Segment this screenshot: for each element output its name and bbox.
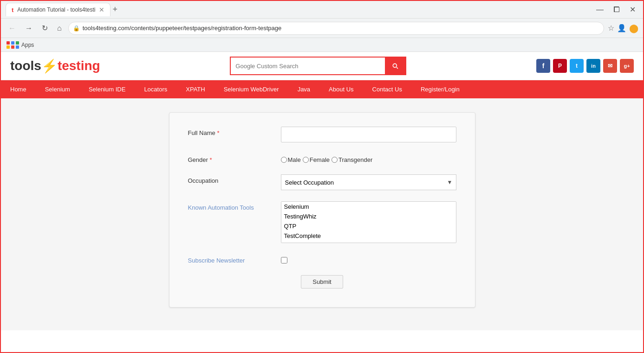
gender-control: Male Female Transgender	[281, 154, 456, 163]
nav-home[interactable]: Home	[1, 80, 36, 98]
occupation-control: Select Occupation Engineer Doctor Teache…	[281, 174, 456, 190]
gender-male-option[interactable]: Male	[281, 156, 301, 163]
back-button[interactable]: ←	[6, 22, 19, 34]
nav-register[interactable]: Register/Login	[411, 80, 469, 98]
logo-tools-text: tools	[10, 58, 41, 73]
nav-locators[interactable]: Locators	[135, 80, 176, 98]
tool-qtp[interactable]: QTP	[281, 221, 456, 231]
bookmarks-bar: Apps	[1, 38, 643, 52]
newsletter-checkbox-wrap	[281, 254, 456, 263]
tab-favicon: t	[12, 6, 13, 13]
occupation-row: Occupation Select Occupation Engineer Do…	[188, 174, 456, 190]
tab-close-button[interactable]: ✕	[99, 6, 104, 13]
facebook-icon[interactable]: f	[536, 59, 550, 73]
full-name-required: *	[217, 129, 219, 136]
nav-about[interactable]: About Us	[319, 80, 363, 98]
nav-selenium-ide[interactable]: Selenium IDE	[79, 80, 135, 98]
newsletter-checkbox[interactable]	[281, 257, 287, 263]
navigation-bar: Home Selenium Selenium IDE Locators XPAT…	[1, 80, 643, 98]
newsletter-label: Subscribe Newsletter	[188, 254, 281, 264]
address-bar: ← → ↻ ⌂ 🔒 ☆ 👤 ⬤	[1, 19, 643, 38]
tool-testcomplete[interactable]: TestComplete	[281, 231, 456, 241]
site-header: tools⚡testing f P t in ✉ g+	[1, 52, 643, 80]
search-button[interactable]	[385, 58, 405, 74]
twitter-icon[interactable]: t	[570, 59, 584, 73]
close-button[interactable]: ✕	[627, 4, 638, 15]
tool-testingwhiz[interactable]: TestingWhiz	[281, 212, 456, 221]
social-icons: f P t in ✉ g+	[536, 59, 634, 73]
gender-female-option[interactable]: Female	[303, 156, 330, 163]
search-input[interactable]	[231, 58, 385, 74]
submit-button[interactable]: Submit	[301, 275, 343, 289]
newsletter-row: Subscribe Newsletter	[188, 254, 456, 264]
nav-xpath[interactable]: XPATH	[176, 80, 214, 98]
automation-tools-row: Known Automation Tools Selenium TestingW…	[188, 201, 456, 243]
nav-java[interactable]: Java	[288, 80, 319, 98]
maximize-button[interactable]: ⧠	[610, 5, 623, 15]
reload-button[interactable]: ↻	[39, 22, 51, 34]
address-wrap: 🔒	[68, 22, 604, 35]
tab-title: Automation Tutorial - tools4testi	[17, 6, 95, 13]
gender-label: Gender *	[188, 154, 281, 163]
search-area	[110, 57, 527, 75]
window-controls: — ⧠ ✕	[593, 4, 638, 15]
occupation-select-wrap: Select Occupation Engineer Doctor Teache…	[281, 174, 456, 190]
logo-testing-text: testing	[58, 58, 100, 73]
nav-selenium-webdriver[interactable]: Selenium WebDriver	[215, 80, 288, 98]
main-content: Full Name * Gender *	[1, 98, 643, 330]
gender-transgender-radio[interactable]	[332, 157, 338, 163]
gender-row: Gender * Male Female Transg	[188, 154, 456, 163]
full-name-control	[281, 127, 456, 142]
full-name-row: Full Name *	[188, 127, 456, 142]
website-content: tools⚡testing f P t in ✉ g+ Hom	[1, 52, 643, 352]
nav-selenium[interactable]: Selenium	[36, 80, 79, 98]
forward-button[interactable]: →	[22, 22, 35, 34]
tool-selenium[interactable]: Selenium	[281, 202, 456, 212]
full-name-input[interactable]	[281, 127, 456, 142]
lock-icon: 🔒	[73, 25, 80, 32]
search-box	[230, 57, 406, 75]
registration-form: Full Name * Gender *	[169, 112, 475, 308]
occupation-label: Occupation	[188, 174, 281, 184]
gender-required: *	[210, 156, 212, 163]
automation-tools-control: Selenium TestingWhiz QTP TestComplete Ra…	[281, 201, 456, 243]
address-input[interactable]	[68, 22, 604, 35]
submit-row: Submit	[188, 275, 456, 289]
gender-male-radio[interactable]	[281, 157, 287, 163]
newsletter-control	[281, 254, 456, 263]
address-actions: ☆ 👤 ⬤	[608, 23, 638, 33]
minimize-button[interactable]: —	[593, 5, 606, 15]
tool-ranorex[interactable]: Ranorex	[281, 241, 456, 243]
logo-bolt-icon: ⚡	[41, 58, 58, 74]
active-tab[interactable]: t Automation Tutorial - tools4testi ✕	[6, 3, 111, 16]
pinterest-icon[interactable]: P	[553, 59, 567, 73]
home-button[interactable]: ⌂	[54, 22, 65, 34]
automation-tools-label: Known Automation Tools	[188, 201, 281, 211]
gender-radio-group: Male Female Transgender	[281, 154, 456, 163]
extensions-button[interactable]: ⬤	[629, 23, 638, 33]
tab-area: t Automation Tutorial - tools4testi ✕ +	[6, 3, 593, 16]
title-bar: t Automation Tutorial - tools4testi ✕ + …	[1, 1, 643, 19]
browser-frame: t Automation Tutorial - tools4testi ✕ + …	[0, 0, 644, 353]
account-button[interactable]: 👤	[617, 24, 626, 32]
new-tab-button[interactable]: +	[112, 5, 117, 14]
googleplus-icon[interactable]: g+	[620, 59, 634, 73]
email-icon[interactable]: ✉	[603, 59, 617, 73]
nav-contact[interactable]: Contact Us	[363, 80, 411, 98]
automation-tools-listbox[interactable]: Selenium TestingWhiz QTP TestComplete Ra…	[281, 201, 456, 243]
site-logo: tools⚡testing	[10, 58, 100, 74]
full-name-label: Full Name *	[188, 127, 281, 136]
gender-transgender-option[interactable]: Transgender	[332, 156, 372, 163]
occupation-select[interactable]: Select Occupation Engineer Doctor Teache…	[281, 174, 456, 190]
gender-female-radio[interactable]	[303, 157, 309, 163]
bookmark-button[interactable]: ☆	[608, 24, 614, 32]
apps-label: Apps	[21, 42, 34, 48]
linkedin-icon[interactable]: in	[586, 59, 600, 73]
